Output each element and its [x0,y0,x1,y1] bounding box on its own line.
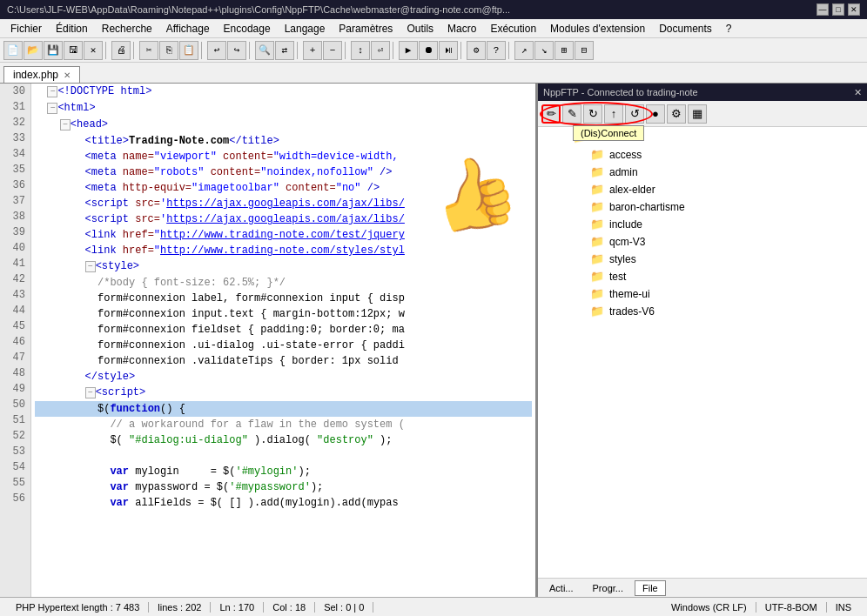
sync-button[interactable]: ↕ [351,41,370,60]
status-insert-mode: INS [827,602,860,613]
ftp-folder-qcm-v3[interactable]: 📁 qcm-V3 [538,233,867,251]
ftp-up-button[interactable]: ↑ [604,104,623,124]
tab-index-php[interactable]: index.php ✕ [3,66,80,83]
zoom-in-button[interactable]: + [303,41,322,60]
ftp-folder-theme-ui[interactable]: 📁 theme-ui [538,285,867,303]
run-button[interactable]: ▶ [399,41,418,60]
about-button[interactable]: ? [487,41,506,60]
open-file-button[interactable]: 📂 [24,41,43,60]
ftp-folder-name: access [609,147,642,163]
ftp-back-button[interactable]: ↺ [625,104,644,124]
ftp-folder-baron-chartisme[interactable]: 📁 baron-chartisme [538,198,867,216]
folder-icon: 📁 [590,286,604,302]
menu-execution[interactable]: Exécution [483,21,543,37]
wrap-button[interactable]: ⏎ [371,41,390,60]
ftp-folder-name: admin [609,164,638,180]
menu-langage[interactable]: Langage [278,21,333,37]
redo-button[interactable]: ↪ [227,41,246,60]
ftp-edit-button[interactable]: ✎ [562,104,581,124]
ftp-refresh-button[interactable]: ↻ [583,104,602,124]
ftp-close-button[interactable]: ✕ [854,87,862,98]
menu-help[interactable]: ? [719,21,739,37]
folder-icon: 📁 [590,147,604,163]
title-bar-text: C:\Users\JLF-WEB\AppData\Roaming\Notepad… [7,4,817,15]
zoom-out-button[interactable]: − [323,41,342,60]
ftp-record-button[interactable]: ● [646,104,665,124]
menu-outils[interactable]: Outils [400,21,440,37]
tab-close-button[interactable]: ✕ [64,70,71,80]
macro-play-button[interactable]: ⏯ [439,41,458,60]
ftp-grid-button[interactable]: ▦ [688,104,707,124]
ftp-folder-admin[interactable]: 📁 admin [538,164,867,181]
ftp-folder-name: include [609,217,642,232]
ftp-folder-name: styles [609,251,636,267]
macro-record-button[interactable]: ⏺ [419,41,438,60]
code-line-41: −<style> [35,258,532,275]
code-line-55: var mypassword = $('#mypassword'); [35,479,532,495]
settings-button[interactable]: ⚙ [467,41,486,60]
ftp-folder-styles[interactable]: 📁 styles [538,251,867,268]
cut-button[interactable]: ✂ [139,41,158,60]
ftp-tab-activity[interactable]: Acti... [541,580,581,596]
ftp-tab-file[interactable]: File [635,580,666,596]
code-content[interactable]: −<!DOCTYPE html> −<html> −<head> <title>… [31,84,535,597]
menu-affichage[interactable]: Affichage [159,21,217,37]
close-button[interactable]: ✕ [848,3,860,16]
print-button[interactable]: 🖨 [111,41,131,60]
menu-parametres[interactable]: Paramètres [332,21,400,37]
extra-btn-1[interactable]: ↗ [514,41,534,60]
new-file-button[interactable]: 📄 [3,41,23,60]
code-line-42: /*body { font-size: 62.5%; }*/ [35,275,532,291]
menu-modules[interactable]: Modules d'extension [543,21,652,37]
status-encoding: UTF-8-BOM [756,602,827,613]
code-line-37: <script src='https://ajax.googleapis.com… [35,196,532,211]
ftp-folder-access[interactable]: 📁 access [538,146,867,164]
save-file-button[interactable]: 💾 [44,41,63,60]
toolbar-sep-5 [297,42,300,59]
ftp-folder-test[interactable]: 📁 test [538,268,867,285]
main-area: 3031323334 3536373839 4041424344 4546474… [0,84,867,597]
toolbar-sep-4 [249,42,252,59]
extra-btn-3[interactable]: ⊞ [554,41,574,60]
extra-btn-4[interactable]: ⊟ [575,41,594,60]
extra-btn-2[interactable]: ↘ [534,41,554,60]
menu-edition[interactable]: Édition [49,21,95,37]
menu-encodage[interactable]: Encodage [217,21,278,37]
ftp-settings-button[interactable]: ⚙ [667,104,686,124]
save-all-button[interactable]: 🖫 [64,41,83,60]
folder-icon: 📁 [590,269,604,285]
find-button[interactable]: 🔍 [255,41,274,60]
minimize-button[interactable]: — [817,3,829,16]
menu-recherche[interactable]: Recherche [95,21,159,37]
menu-macro[interactable]: Macro [440,21,483,37]
code-line-40: <link href="http://www.trading-note.com/… [35,243,532,258]
toolbar-sep-6 [345,42,348,59]
title-bar-controls: — □ ✕ [817,3,860,16]
code-lines: 3031323334 3536373839 4041424344 4546474… [0,84,535,597]
ftp-title-text: NppFTP - Connected to trading-note [543,87,854,97]
maximize-button[interactable]: □ [832,3,844,16]
ftp-folder-include[interactable]: 📁 include [538,216,867,233]
close-button[interactable]: ✕ [84,41,103,60]
menu-fichier[interactable]: Fichier [3,21,49,37]
folder-icon: 📁 [590,199,604,215]
ftp-folder-trades-v6[interactable]: 📁 trades-V6 [538,303,867,320]
code-line-31: −<html> [35,100,532,117]
ftp-connect-button[interactable]: ✏ [541,104,561,124]
ftp-file-list[interactable]: 📁 www 📁 access 📁 admin 📁 alex-elder 📁 ba… [538,127,867,578]
folder-icon: 📁 [590,217,604,232]
code-line-49: −<script> [35,385,532,401]
menu-documents[interactable]: Documents [652,21,719,37]
code-line-46: form#connexion .ui-dialog .ui-state-erro… [35,338,532,353]
folder-icon: 📁 [590,304,604,319]
undo-button[interactable]: ↩ [207,41,226,60]
toolbar-sep-2 [133,42,137,59]
ftp-tab-progress[interactable]: Progr... [585,580,631,596]
code-line-35: <meta name="robots" content="noindex,nof… [35,164,532,180]
replace-button[interactable]: ⇄ [275,41,294,60]
code-editor[interactable]: 3031323334 3536373839 4041424344 4546474… [0,84,536,597]
ftp-folder-alex-elder[interactable]: 📁 alex-elder [538,181,867,198]
code-line-34: <meta name="viewport" content="width=dev… [35,149,532,164]
paste-button[interactable]: 📋 [179,41,198,60]
copy-button[interactable]: ⎘ [159,41,178,60]
